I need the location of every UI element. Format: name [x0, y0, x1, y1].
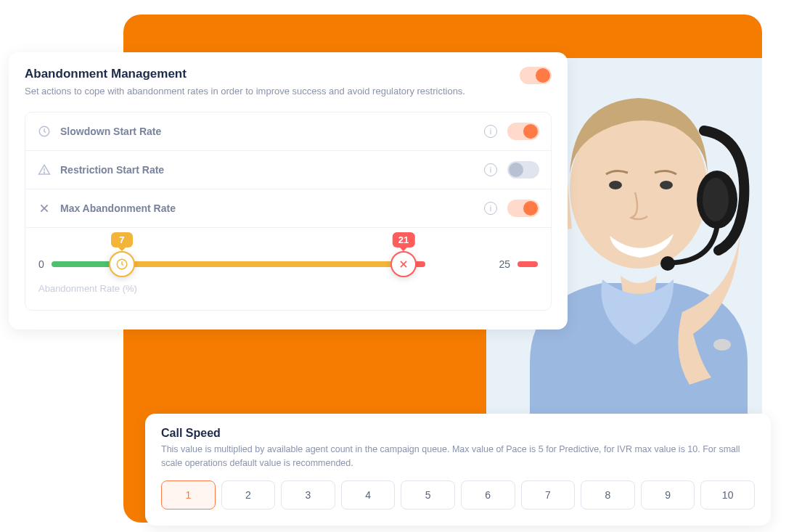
abandonment-master-toggle[interactable]: [520, 67, 552, 84]
slider-segment-yellow: [122, 261, 404, 267]
setting-label: Max Abandonment Rate: [60, 202, 484, 214]
speed-option-2[interactable]: 2: [221, 480, 276, 510]
abandonment-title: Abandonment Management: [25, 67, 465, 81]
speed-option-1[interactable]: 1: [161, 480, 216, 510]
slider-overflow-segment: [517, 261, 538, 267]
slowdown-toggle[interactable]: [507, 123, 539, 140]
clock-icon: [37, 124, 52, 139]
setting-row-max: Max Abandonment Rate i: [25, 189, 551, 228]
abandonment-subtitle: Set actions to cope with abandonment rat…: [25, 84, 465, 99]
slider-area: 0 7 21 25 Abandonment Rate: [25, 228, 551, 310]
abandonment-slider[interactable]: 0 7 21 25: [38, 258, 538, 270]
slider-min-label: 0: [38, 258, 44, 270]
setting-label: Slowdown Start Rate: [60, 126, 484, 137]
call-speed-options: 12345678910: [161, 480, 755, 510]
abandonment-header: Abandonment Management Set actions to co…: [25, 67, 552, 99]
speed-option-5[interactable]: 5: [401, 480, 455, 510]
svg-point-3: [660, 181, 673, 189]
max-toggle[interactable]: [507, 200, 539, 217]
slider-badge-2: 21: [393, 232, 414, 247]
svg-point-2: [609, 181, 622, 189]
svg-point-6: [660, 256, 675, 271]
speed-option-7[interactable]: 7: [521, 480, 576, 510]
setting-row-restriction: Restriction Start Rate i: [25, 151, 551, 189]
speed-option-8[interactable]: 8: [581, 480, 635, 510]
info-icon[interactable]: i: [484, 125, 497, 138]
svg-point-5: [703, 178, 729, 221]
slider-max-label: 25: [499, 258, 510, 270]
restriction-toggle[interactable]: [507, 161, 539, 179]
slider-badge-1: 7: [111, 232, 133, 247]
setting-label: Restriction Start Rate: [60, 164, 484, 176]
info-icon[interactable]: i: [484, 163, 497, 176]
speed-option-3[interactable]: 3: [281, 480, 335, 510]
call-speed-card: Call Speed This value is multiplied by a…: [145, 414, 771, 525]
slider-track[interactable]: 7 21: [52, 261, 492, 267]
slider-axis-label: Abandonment Rate (%): [38, 283, 538, 294]
info-icon[interactable]: i: [484, 202, 497, 215]
slider-handle-slowdown[interactable]: [109, 251, 135, 277]
settings-list: Slowdown Start Rate i Restriction Start …: [25, 112, 552, 311]
abandonment-card: Abandonment Management Set actions to co…: [9, 52, 568, 330]
slider-handle-max[interactable]: [390, 251, 417, 277]
speed-option-9[interactable]: 9: [641, 480, 695, 510]
speed-option-6[interactable]: 6: [461, 480, 515, 510]
setting-row-slowdown: Slowdown Start Rate i: [25, 112, 551, 151]
call-speed-title: Call Speed: [161, 427, 755, 440]
svg-point-10: [44, 172, 44, 173]
svg-point-7: [713, 339, 731, 351]
call-speed-subtitle: This value is multiplied by available ag…: [161, 443, 755, 470]
speed-option-4[interactable]: 4: [341, 480, 396, 510]
speed-option-10[interactable]: 10: [700, 480, 755, 510]
warning-icon: [37, 163, 52, 177]
close-icon: [37, 201, 52, 216]
